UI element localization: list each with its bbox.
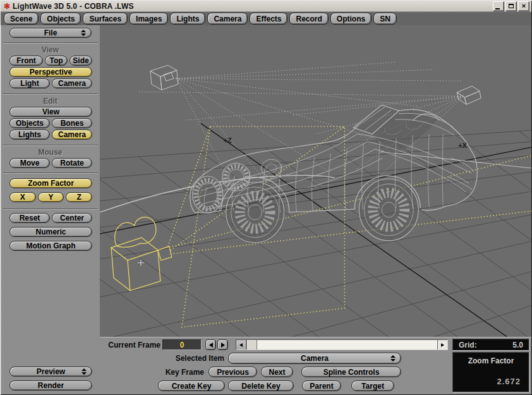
camera-object[interactable] [111,217,172,291]
delete-key-button[interactable]: Delete Key [228,380,294,391]
zoom-factor-title: Zoom Factor [453,356,529,365]
zoom-factor-button[interactable]: Zoom Factor [9,178,92,188]
tab-effects[interactable]: Effects [250,13,287,25]
menu-tab-bar: Scene Objects Surfaces Images Lights Cam… [1,12,531,25]
create-key-button[interactable]: Create Key [158,380,225,391]
bottom-panel: Current Frame 0 Grid: 5.0 Selected Item … [100,337,531,394]
edit-section-label: Edit [1,97,100,106]
grid-size-readout: Grid: 5.0 [452,339,529,351]
key-frame-label: Key Frame [125,368,204,377]
tab-surfaces[interactable]: Surfaces [83,13,128,25]
center-button[interactable]: Center [52,213,92,223]
render-button[interactable]: Render [9,380,92,391]
frame-next-button[interactable] [217,339,228,350]
app-window: ✻ LightWave 3D 5.0 - COBRA .LWS × Scene … [0,0,532,395]
preview-dropdown[interactable]: Preview [9,367,92,377]
axis-y-button[interactable]: Y [38,192,64,202]
view-light-button[interactable]: Light [9,78,50,88]
tab-options[interactable]: Options [330,13,372,25]
current-frame-input[interactable]: 0 [162,339,202,350]
close-button[interactable]: × [518,1,529,11]
frame-scrollbar[interactable] [236,339,448,350]
divider [3,42,98,44]
mouse-move-button[interactable]: Move [9,158,50,168]
axis-z-button[interactable]: Z [66,192,92,202]
edit-lights-button[interactable]: Lights [9,130,50,140]
window-title: LightWave 3D 5.0 - COBRA .LWS [13,2,493,11]
scrollbar-thumb[interactable] [246,340,257,349]
edit-bones-button[interactable]: Bones [52,118,92,128]
arrow-right-icon [221,343,225,348]
popup-arrows-icon [390,355,396,362]
tab-record[interactable]: Record [289,13,328,25]
previous-key-button[interactable]: Previous [209,367,257,377]
grid-label: Grid: [459,341,477,349]
left-panel: File View Front Top Side Perspective Lig… [1,25,100,394]
frame-prev-button[interactable] [205,339,216,350]
mouse-rotate-button[interactable]: Rotate [52,158,92,168]
grid-value: 5.0 [512,341,523,349]
zoom-factor-readout: Zoom Factor 2.672 [452,352,529,392]
window-controls: × [493,1,529,11]
parent-button[interactable]: Parent [302,380,341,391]
tab-images[interactable]: Images [130,13,168,25]
divider [3,145,98,146]
scrollbar-right-arrow[interactable] [437,340,447,349]
title-bar[interactable]: ✻ LightWave 3D 5.0 - COBRA .LWS × [1,1,531,12]
popup-arrows-icon [81,30,86,36]
edit-view-button[interactable]: View [9,107,92,117]
divider [3,209,98,210]
reset-button[interactable]: Reset [9,213,50,223]
minimize-icon [495,8,500,9]
next-key-button[interactable]: Next [261,367,293,377]
axis-x-label: +X [458,142,467,149]
light-2[interactable] [457,86,481,104]
file-dropdown[interactable]: File [9,28,92,38]
tab-camera[interactable]: Camera [207,13,248,25]
minimize-button[interactable] [493,1,504,11]
numeric-button[interactable]: Numeric [9,227,92,237]
axis-x-button[interactable]: X [9,192,36,202]
axes [100,123,531,337]
selected-item-label: Selected Item [163,354,224,363]
tab-objects[interactable]: Objects [40,13,81,25]
edit-camera-button[interactable]: Camera [52,130,92,140]
mouse-section-label: Mouse [1,148,100,157]
tab-scene[interactable]: Scene [4,13,39,25]
spline-controls-button[interactable]: Spline Controls [301,367,401,377]
edit-objects-button[interactable]: Objects [9,118,50,128]
view-top-button[interactable]: Top [45,56,68,66]
current-frame-label: Current Frame [102,341,160,349]
tab-sn[interactable]: SN [373,13,397,25]
divider [3,173,98,174]
arrow-right-icon [441,343,444,347]
popup-arrows-icon [82,368,87,375]
maximize-button[interactable] [505,1,517,11]
view-side-button[interactable]: Side [70,56,92,66]
light-1[interactable] [150,65,178,90]
target-button[interactable]: Target [351,380,394,391]
file-dropdown-label: File [44,28,57,37]
axis-z-label: +Z [224,137,232,144]
view-front-button[interactable]: Front [9,56,43,66]
selected-item-dropdown[interactable]: Camera [228,353,401,364]
arrow-left-icon [239,343,243,347]
selected-item-value: Camera [301,354,329,363]
tab-lights[interactable]: Lights [170,13,205,25]
maximize-icon [509,4,514,8]
view-camera-button[interactable]: Camera [52,78,92,88]
x-axis-line [100,147,531,234]
scrollbar-left-arrow[interactable] [236,340,246,349]
zoom-factor-value: 2.672 [497,377,521,386]
preview-dropdown-label: Preview [37,367,65,376]
scene-svg: +Z +X [100,25,531,337]
app-icon: ✻ [4,3,10,10]
arrow-left-icon [209,343,213,348]
close-icon: × [522,3,526,9]
view-perspective-button[interactable]: Perspective [9,67,92,77]
divider [3,94,98,95]
view-section-label: View [1,46,100,54]
motion-graph-button[interactable]: Motion Graph [9,241,92,251]
viewport-3d[interactable]: +Z +X [100,25,531,337]
